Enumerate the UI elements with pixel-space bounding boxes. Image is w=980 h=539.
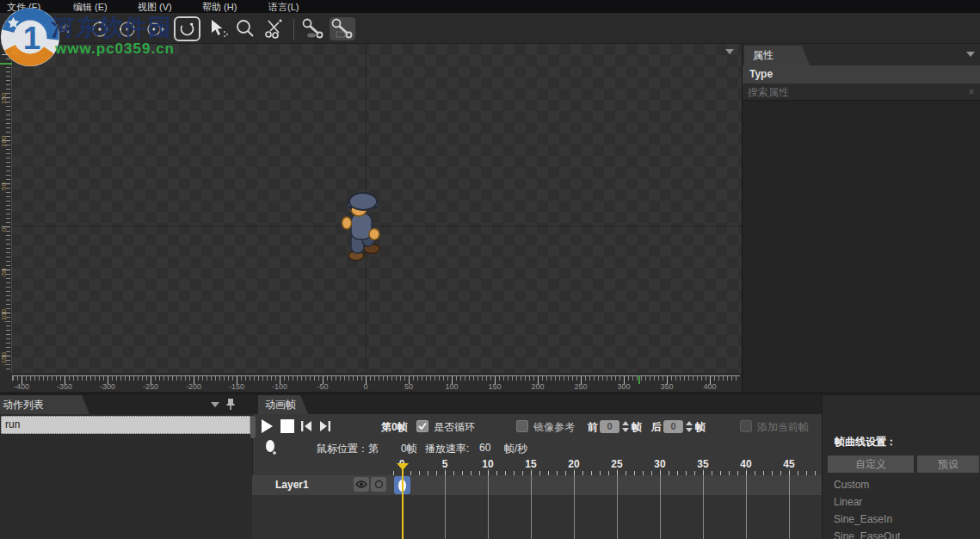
after-frames-stepper[interactable] [686, 420, 693, 433]
play-rate-unit: 帧/秒 [504, 442, 527, 456]
mirror-checkbox[interactable] [516, 420, 528, 432]
first-frame-button[interactable] [300, 420, 312, 432]
menu-bar: 文件 (F) 编辑 (E) 视图 (V) 帮助 (H) 语言(L) [0, 0, 980, 13]
curve-preset-button[interactable]: 预设 [917, 455, 979, 473]
play-rate-value: 60 [479, 442, 490, 454]
playhead-line[interactable] [402, 469, 404, 539]
select-cursor-icon[interactable] [207, 18, 230, 39]
grid-line [789, 469, 790, 539]
mouse-position-label: 鼠标位置：第 [317, 442, 379, 456]
main-toolbar: 动画模式 [0, 13, 980, 44]
toolbar-separator [293, 19, 294, 40]
before-label: 前 [588, 420, 598, 435]
curve-option-custom[interactable]: Custom [834, 479, 869, 491]
grid-line [445, 469, 446, 539]
add-current-frame-checkbox[interactable] [740, 420, 752, 432]
play-rate-label: 播放速率: [425, 442, 469, 456]
panel-splitter-handle[interactable] [250, 416, 256, 438]
before-frames-stepper[interactable] [622, 420, 629, 433]
mouse-position-value: 0帧 [401, 442, 417, 456]
menu-help[interactable]: 帮助 (H) [202, 1, 237, 14]
playhead-handle[interactable] [397, 463, 409, 470]
frame-curve-panel: 帧曲线设置： 自定义 预设 Custom Linear Sine_EaseIn … [822, 395, 980, 539]
before-frames-input[interactable]: 0 [600, 420, 619, 433]
add-keyframe-icon[interactable] [264, 439, 278, 455]
after-frames-input[interactable]: 0 [663, 420, 683, 433]
action-list-item-run[interactable]: run [1, 416, 250, 434]
layer-visibility-eye-icon[interactable] [354, 477, 369, 492]
vertical-ruler: 150 100 50 0 -50 -100 -150 [0, 44, 12, 373]
action-list-collapse-arrow[interactable] [211, 402, 219, 407]
edit-bone-icon[interactable] [330, 17, 355, 40]
menu-language[interactable]: 语言(L) [268, 1, 299, 14]
rotation-tool-button[interactable] [174, 16, 200, 41]
play-button[interactable] [262, 419, 273, 433]
grid-line [703, 469, 704, 539]
canvas-panel-collapse-arrow[interactable] [725, 49, 734, 54]
layer-name[interactable]: Layer1 [275, 479, 309, 491]
action-list-panel: run [0, 414, 252, 539]
add-current-frame-label: 添加当前帧 [757, 420, 809, 435]
after-unit-label: 帧 [695, 420, 706, 435]
properties-type-header: Type [743, 65, 980, 84]
soldier-sprite[interactable] [339, 191, 387, 263]
properties-panel: 属性 Type × [742, 44, 980, 392]
search-clear-icon[interactable]: × [965, 86, 977, 98]
action-list-pin-icon[interactable] [225, 398, 236, 411]
tab-action-list[interactable]: 动作列表 [0, 395, 89, 414]
move-gizmo-icon[interactable] [91, 21, 108, 38]
vertical-ruler-marker [0, 63, 12, 65]
menu-edit[interactable]: 编辑 (E) [73, 1, 108, 14]
curve-settings-title: 帧曲线设置： [835, 435, 897, 449]
last-frame-button[interactable] [319, 420, 331, 432]
curve-custom-button[interactable]: 自定义 [828, 455, 914, 473]
create-bone-icon[interactable] [301, 17, 325, 40]
scale-gizmo-icon[interactable] [146, 21, 165, 38]
animation-mode-button[interactable]: 动画模式 [31, 22, 69, 35]
properties-collapse-arrow[interactable] [966, 52, 975, 57]
before-unit-label: 帧 [632, 420, 642, 435]
zoom-tool-icon[interactable] [235, 18, 256, 39]
properties-search-row: × [743, 84, 980, 101]
grid-line [617, 469, 618, 539]
menu-file[interactable]: 文件 (F) [7, 1, 40, 14]
animation-editor-window: 文件 (F) 编辑 (E) 视图 (V) 帮助 (H) 语言(L) 动画模式 [0, 0, 980, 539]
rotate-gizmo-icon[interactable] [119, 21, 136, 38]
tab-animation-frames[interactable]: 动画帧 [258, 395, 308, 414]
curve-option-sine-easeout[interactable]: Sine_EaseOut [834, 530, 900, 539]
grid-line [574, 469, 575, 539]
mirror-label: 镜像参考 [533, 420, 575, 435]
horizontal-ruler-marker [638, 375, 640, 384]
layer-row[interactable] [252, 475, 822, 495]
loop-checkbox[interactable] [416, 420, 428, 432]
grid-line [531, 469, 532, 539]
timeline-track-area[interactable] [252, 495, 822, 539]
stop-button[interactable] [280, 419, 294, 433]
tab-properties[interactable]: 属性 [744, 46, 810, 65]
grid-line [660, 469, 661, 539]
layer-outline-circle-icon[interactable] [371, 477, 386, 492]
bottom-tab-bar: 动作列表 动画帧 [0, 395, 822, 414]
curve-option-sine-easein[interactable]: Sine_EaseIn [834, 513, 892, 525]
curve-option-linear[interactable]: Linear [834, 496, 862, 508]
grid-line [488, 469, 489, 539]
horizontal-ruler: -400 -350 -300 -250 -200 -150 -100 -50 0… [0, 373, 742, 392]
loop-label: 是否循环 [434, 420, 475, 435]
property-search-input[interactable] [743, 84, 965, 101]
cut-bone-icon[interactable] [263, 17, 286, 40]
current-frame-label: 第0帧 [381, 420, 408, 435]
grid-line [746, 469, 747, 539]
after-label: 后 [651, 420, 662, 435]
menu-view[interactable]: 视图 (V) [138, 1, 172, 14]
